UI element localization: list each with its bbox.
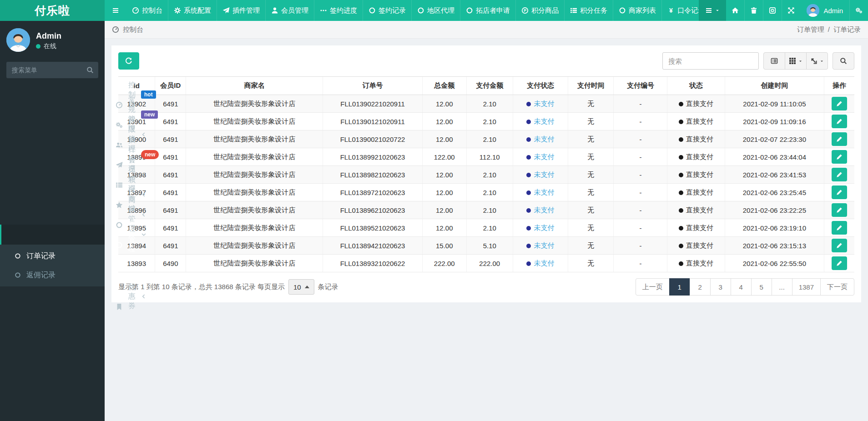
menu-style-dropdown[interactable] xyxy=(699,0,726,21)
grid-icon xyxy=(789,57,796,65)
page-size-select[interactable]: 10 xyxy=(288,279,314,295)
action-cell xyxy=(824,166,854,184)
column-header[interactable]: 支付时间 xyxy=(568,77,614,95)
column-header[interactable]: 操作 xyxy=(824,77,854,95)
edit-button[interactable] xyxy=(832,185,847,199)
settings-button[interactable] xyxy=(849,0,868,21)
home-button[interactable] xyxy=(726,0,744,21)
sidebar-search-input[interactable] xyxy=(6,62,98,78)
column-header[interactable]: 订单号 xyxy=(323,77,422,95)
page-button[interactable]: 3 xyxy=(710,278,731,296)
sidebar-item-points-mall[interactable]: 积分商城 xyxy=(0,185,105,205)
pencil-icon xyxy=(836,189,843,195)
nav-item-merchant-list[interactable]: 商家列表 xyxy=(613,0,661,21)
pay-status-link[interactable]: 未支付 xyxy=(534,135,554,143)
sidebar-item-addon[interactable]: 插件管理 new xyxy=(0,145,105,165)
pay-status-link[interactable]: 未支付 xyxy=(534,117,554,125)
nav-item-sign-records[interactable]: 签约记录 xyxy=(363,0,411,21)
browser-button[interactable] xyxy=(763,0,782,21)
column-header[interactable]: 创建时间 xyxy=(725,77,824,95)
pay-status-link[interactable]: 未支付 xyxy=(534,259,554,267)
column-header[interactable]: 状态 xyxy=(667,77,725,95)
edit-button[interactable] xyxy=(832,150,847,164)
table-cell: 世纪陆壹捌美妆形象设计店 xyxy=(186,219,323,237)
table-cell: 12.00 xyxy=(422,184,466,201)
table-cell: 13893 xyxy=(118,255,155,272)
column-header[interactable]: 会员ID xyxy=(155,77,186,95)
edit-button[interactable] xyxy=(832,221,847,235)
column-header[interactable]: 总金额 xyxy=(422,77,466,95)
sidebar-item-dashboard[interactable]: 控制台 hot xyxy=(0,85,105,105)
breadcrumb-title: 控制台 xyxy=(123,25,143,34)
sidebar-item-coupon[interactable]: 优惠券 xyxy=(0,286,105,306)
action-cell xyxy=(824,184,854,201)
pay-status-link[interactable]: 未支付 xyxy=(534,188,554,196)
detail-view-button[interactable] xyxy=(763,52,785,70)
nav-item-region-agent[interactable]: 地区代理 xyxy=(411,0,460,21)
pay-status-link[interactable]: 未支付 xyxy=(534,206,554,214)
nav-item-sign-progress[interactable]: 签约进度 xyxy=(314,0,363,21)
cogs-icon xyxy=(855,7,863,14)
brand-logo[interactable]: 付乐啦 xyxy=(0,0,105,21)
sidebar-item-order[interactable]: 订单管理 xyxy=(0,225,105,245)
nav-item-shop-applicant[interactable]: 拓店者申请 xyxy=(460,0,515,21)
page-button[interactable]: 1387 xyxy=(792,278,821,296)
avatar xyxy=(807,4,819,17)
unpaid-dot-icon xyxy=(526,190,531,195)
export-button[interactable] xyxy=(806,52,828,70)
nav-item-label: 积分任务 xyxy=(580,6,607,15)
pay-status-link[interactable]: 未支付 xyxy=(534,170,554,178)
status-dot-icon xyxy=(679,120,683,124)
columns-button[interactable] xyxy=(785,52,807,70)
clear-cache-button[interactable] xyxy=(744,0,763,21)
breadcrumb-current: 订单记录 xyxy=(833,25,861,34)
table-cell: 6490 xyxy=(155,255,186,272)
edit-button[interactable] xyxy=(832,239,847,252)
table-cell: FLL01389921020623 xyxy=(323,148,422,166)
edit-button[interactable] xyxy=(832,115,847,128)
nav-item-system-config[interactable]: 系统配置 xyxy=(168,0,217,21)
sidebar-item-merchant[interactable]: 商家管理 xyxy=(0,205,105,225)
page-button[interactable]: ... xyxy=(772,278,792,296)
table-search-input[interactable] xyxy=(662,52,759,70)
next-page-button[interactable]: 下一页 xyxy=(820,278,854,296)
fullscreen-button[interactable] xyxy=(782,0,800,21)
sidebar-item-general[interactable]: 常规管理 new xyxy=(0,105,105,125)
prev-page-button[interactable]: 上一页 xyxy=(636,278,670,296)
nav-item-dashboard[interactable]: 控制台 xyxy=(126,0,168,21)
nav-item-member-manage[interactable]: 会员管理 xyxy=(265,0,314,21)
edit-button[interactable] xyxy=(832,168,847,181)
user-menu[interactable]: Admin xyxy=(800,0,849,21)
table-cell: 12.00 xyxy=(422,130,466,148)
list-alt-icon xyxy=(771,57,778,65)
page-button[interactable]: 5 xyxy=(751,278,772,296)
sidebar-item-order-records[interactable]: 订单记录 xyxy=(0,246,105,266)
edit-button[interactable] xyxy=(832,132,847,146)
breadcrumb-parent[interactable]: 订单管理 xyxy=(797,25,824,34)
pay-status-link[interactable]: 未支付 xyxy=(534,100,554,107)
column-header[interactable]: 支付编号 xyxy=(614,77,667,95)
edit-button[interactable] xyxy=(832,97,847,110)
sidebar-item-auth[interactable]: 权限管理 xyxy=(0,125,105,145)
nav-item-points-task[interactable]: 积分任务 xyxy=(564,0,613,21)
sidebar-item-member[interactable]: 会员管理 xyxy=(0,165,105,185)
page-button[interactable]: 4 xyxy=(731,278,752,296)
column-header[interactable]: 支付金额 xyxy=(466,77,513,95)
table-body: 139026491世纪陆壹捌美妆形象设计店FLL0139022102091112… xyxy=(118,95,854,272)
sidebar-toggle-button[interactable] xyxy=(105,0,126,21)
pay-status-link[interactable]: 未支付 xyxy=(534,153,554,160)
sidebar-item-rebate-records[interactable]: 返佣记录 xyxy=(0,266,105,285)
pay-status-link[interactable]: 未支付 xyxy=(534,224,554,231)
page-button[interactable]: 2 xyxy=(690,278,711,296)
nav-item-points-goods[interactable]: P 积分商品 xyxy=(515,0,564,21)
page-button[interactable]: 1 xyxy=(669,278,690,296)
search-toggle-button[interactable] xyxy=(833,52,854,70)
edit-button[interactable] xyxy=(832,203,847,217)
status-text: 直接支付 xyxy=(686,153,713,160)
column-header[interactable]: 商家名 xyxy=(186,77,323,95)
column-header[interactable]: 支付状态 xyxy=(513,77,568,95)
edit-button[interactable] xyxy=(832,256,847,270)
status-cell: 直接支付 xyxy=(667,166,725,184)
nav-item-addon-manage[interactable]: 插件管理 xyxy=(217,0,265,21)
pay-status-link[interactable]: 未支付 xyxy=(534,241,554,249)
